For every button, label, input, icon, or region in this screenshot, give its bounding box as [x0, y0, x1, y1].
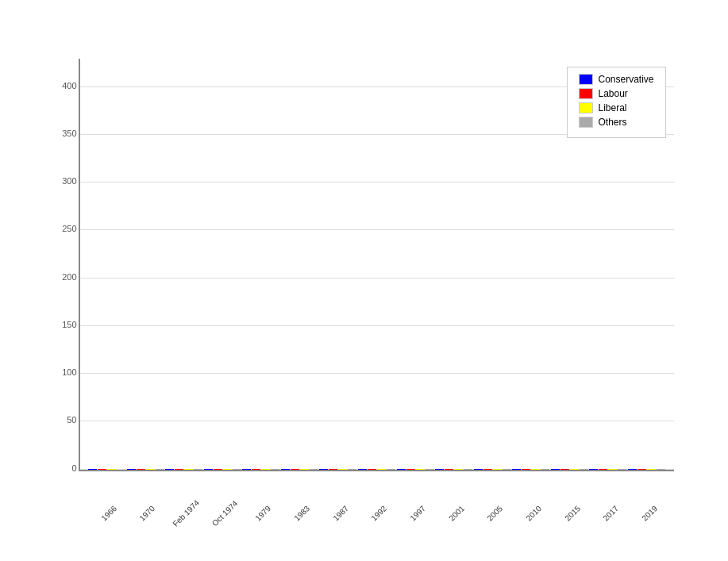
- x-label-1987: 1987: [324, 496, 357, 529]
- legend: ConservativeLabourLiberalOthers: [567, 67, 665, 138]
- bar-liberal-1979: [261, 469, 270, 470]
- bar-others-1987: [348, 469, 356, 470]
- x-label-1997: 1997: [401, 496, 434, 529]
- bar-labour-1970: [137, 469, 145, 470]
- bar-liberal-2017: [608, 469, 617, 470]
- bar-others-2010: [541, 469, 549, 470]
- bar-conservative-1970: [127, 469, 136, 470]
- bar-others-2005: [503, 469, 511, 470]
- chart-container: 050100150200250300350400 19661970Feb 197…: [23, 19, 706, 543]
- legend-item-labour: Labour: [579, 88, 653, 99]
- bar-conservative-1987: [319, 469, 328, 470]
- bar-labour-1966: [98, 469, 106, 470]
- bar-labour-Oct1974: [214, 469, 222, 470]
- bar-group-2019: [627, 469, 666, 470]
- bar-conservative-Feb1974: [165, 469, 174, 470]
- bar-labour-2019: [637, 469, 646, 470]
- legend-color-liberal: [579, 102, 593, 113]
- bar-liberal-1970: [146, 469, 155, 470]
- bar-labour-2017: [599, 469, 607, 470]
- x-label-2001: 2001: [440, 496, 473, 529]
- chart-area: 050100150200250300350400 19661970Feb 197…: [79, 59, 674, 471]
- bar-labour-2010: [522, 469, 530, 470]
- legend-item-others: Others: [579, 117, 653, 128]
- bar-labour-1979: [252, 469, 260, 470]
- bar-group-1992: [357, 469, 396, 470]
- legend-label-conservative: Conservative: [598, 74, 653, 85]
- bar-group-2005: [473, 469, 512, 470]
- bar-conservative-1966: [88, 469, 97, 470]
- bar-labour-1983: [291, 469, 299, 470]
- bar-group-1966: [88, 469, 127, 470]
- bar-labour-1997: [406, 469, 415, 470]
- x-label-1970: 1970: [130, 496, 164, 529]
- x-label-2010: 2010: [517, 496, 550, 529]
- bar-labour-Feb1974: [175, 469, 183, 470]
- legend-item-liberal: Liberal: [579, 102, 653, 113]
- bar-group-1970: [126, 469, 165, 470]
- x-label-2015: 2015: [556, 496, 589, 529]
- bar-conservative-2015: [551, 469, 560, 470]
- bar-liberal-1966: [107, 469, 116, 470]
- bar-others-1979: [271, 469, 279, 470]
- bar-group-Oct1974: [203, 469, 242, 470]
- x-label-Feb1974: Feb 1974: [169, 496, 202, 529]
- bar-conservative-Oct1974: [204, 469, 213, 470]
- bar-group-1997: [396, 469, 435, 470]
- bar-conservative-2019: [628, 469, 637, 470]
- bar-others-2001: [464, 469, 472, 470]
- bar-conservative-2001: [435, 469, 444, 470]
- bar-labour-2001: [445, 469, 453, 470]
- legend-color-conservative: [579, 74, 593, 85]
- bar-others-2019: [657, 469, 665, 470]
- bar-group-2015: [550, 469, 589, 470]
- bar-others-Feb1974: [194, 469, 202, 470]
- bar-liberal-2005: [493, 469, 502, 470]
- legend-color-labour: [579, 88, 593, 99]
- x-label-1983: 1983: [285, 496, 318, 529]
- legend-label-labour: Labour: [598, 88, 627, 99]
- bar-conservative-2005: [474, 469, 483, 470]
- bar-liberal-Feb1974: [184, 469, 193, 470]
- bar-liberal-1992: [377, 469, 386, 470]
- bar-group-2001: [434, 469, 473, 470]
- bar-conservative-2010: [512, 469, 521, 470]
- bar-group-1987: [319, 469, 358, 470]
- bar-others-2015: [580, 469, 588, 470]
- bar-labour-2005: [483, 469, 492, 470]
- legend-label-others: Others: [598, 117, 626, 128]
- x-label-2019: 2019: [633, 496, 666, 529]
- bar-labour-1992: [368, 469, 376, 470]
- bar-liberal-2015: [570, 469, 579, 470]
- bar-liberal-1997: [416, 469, 425, 470]
- bar-others-1992: [387, 469, 395, 470]
- bar-labour-2015: [560, 469, 569, 470]
- bar-conservative-1983: [281, 469, 290, 470]
- x-label-2005: 2005: [478, 496, 511, 529]
- bar-liberal-2019: [647, 469, 656, 470]
- bar-liberal-1987: [338, 469, 347, 470]
- legend-items: ConservativeLabourLiberalOthers: [579, 74, 653, 128]
- bar-group-2017: [588, 469, 627, 470]
- bar-others-Oct1974: [233, 469, 241, 470]
- bar-liberal-2010: [531, 469, 540, 470]
- bar-conservative-2017: [589, 469, 598, 470]
- x-labels: 19661970Feb 1974Oct 19741979198319871992…: [79, 504, 674, 519]
- bar-conservative-1992: [358, 469, 367, 470]
- bar-group-Feb1974: [165, 469, 204, 470]
- bar-liberal-2001: [454, 469, 463, 470]
- bar-conservative-1979: [242, 469, 251, 470]
- x-label-1966: 1966: [92, 496, 125, 529]
- x-label-1992: 1992: [362, 496, 395, 529]
- bar-others-1970: [156, 469, 164, 470]
- bar-others-2017: [618, 469, 626, 470]
- bar-others-1997: [426, 469, 434, 470]
- legend-item-conservative: Conservative: [579, 74, 653, 85]
- x-label-Oct1974: Oct 1974: [208, 496, 241, 529]
- bar-group-1983: [280, 469, 319, 470]
- bar-liberal-Oct1974: [223, 469, 232, 470]
- bar-others-1983: [310, 469, 318, 470]
- bar-group-2010: [511, 469, 550, 470]
- bar-group-1979: [242, 469, 281, 470]
- legend-label-liberal: Liberal: [598, 102, 626, 113]
